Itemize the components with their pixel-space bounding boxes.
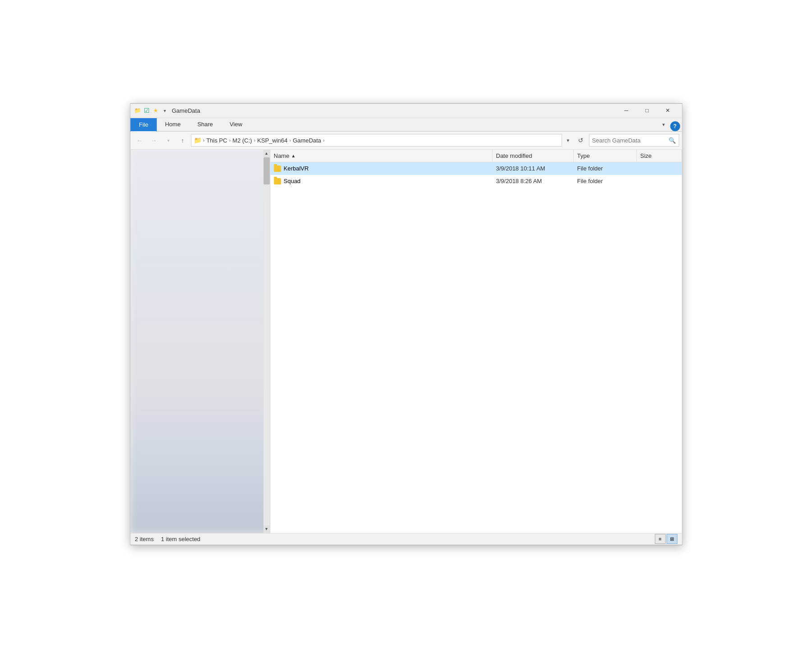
help-button[interactable]: ? — [670, 121, 680, 131]
recent-button[interactable]: ▾ — [162, 134, 174, 147]
file-row-squad[interactable]: Squad 3/9/2018 8:26 AM File folder — [270, 175, 682, 188]
forward-button[interactable]: → — [147, 134, 160, 147]
selected-count: 1 item selected — [161, 536, 200, 542]
folder-icon-kerbalvr — [274, 165, 281, 172]
col-header-type[interactable]: Type — [573, 150, 637, 162]
breadcrumb-sep-1: › — [229, 138, 231, 143]
file-row-squad-name: Squad — [270, 178, 492, 184]
tab-view[interactable]: View — [221, 118, 251, 131]
breadcrumb-sep-3: › — [289, 138, 291, 143]
scrollbar-up-arrow[interactable]: ▲ — [263, 150, 270, 157]
app-icon-folder: 📁 — [134, 107, 141, 114]
file-row-kerbalvr-name: KerbalVR — [270, 165, 492, 172]
ribbon-expand-button[interactable]: ▾ — [657, 119, 670, 131]
sidebar-scrollbar: ▲ ▼ — [263, 150, 270, 533]
close-button[interactable]: ✕ — [657, 103, 678, 118]
scrollbar-down-arrow[interactable]: ▼ — [263, 525, 270, 533]
breadcrumb-ksp[interactable]: KSP_win64 — [257, 137, 288, 144]
refresh-button[interactable]: ↺ — [574, 134, 587, 147]
search-box[interactable]: 🔍 — [589, 134, 679, 147]
scrollbar-track[interactable] — [263, 157, 270, 525]
up-button[interactable]: ↑ — [176, 134, 189, 147]
app-icon-check: ☑ — [143, 107, 150, 114]
col-header-date[interactable]: Date modified — [492, 150, 573, 162]
sidebar-background — [130, 150, 270, 533]
title-bar-icons: 📁 ☑ ★ ▾ — [134, 107, 168, 114]
tab-file[interactable]: File — [130, 118, 157, 132]
breadcrumb-sep-4: › — [323, 138, 325, 143]
col-header-size[interactable]: Size — [637, 150, 682, 162]
item-count: 2 items — [135, 536, 154, 542]
sort-arrow-name: ▲ — [291, 153, 296, 158]
tab-home[interactable]: Home — [157, 118, 189, 131]
address-bar[interactable]: 📁 › This PC › M2 (C:) › KSP_win64 › Game… — [191, 134, 562, 147]
window-title: GameData — [168, 107, 616, 114]
tab-share[interactable]: Share — [189, 118, 222, 131]
window-controls: ─ □ ✕ — [616, 103, 678, 118]
folder-icon-squad — [274, 178, 281, 184]
status-text: 2 items 1 item selected — [135, 536, 200, 542]
file-row-kerbalvr-date: 3/9/2018 10:11 AM — [492, 165, 573, 172]
list-view-button[interactable]: ≡ — [655, 534, 665, 544]
app-icon-star: ★ — [152, 107, 159, 114]
breadcrumb-this-pc[interactable]: This PC — [206, 137, 227, 144]
view-toggle-buttons: ≡ ⊞ — [655, 534, 677, 544]
toolbar: ← → ▾ ↑ 📁 › This PC › M2 (C:) › KSP_win6… — [130, 132, 682, 150]
minimize-button[interactable]: ─ — [616, 103, 637, 118]
file-list-area: Name ▲ Date modified Type Size — [270, 150, 682, 533]
col-header-name[interactable]: Name ▲ — [270, 150, 492, 162]
explorer-window: 📁 ☑ ★ ▾ GameData ─ □ ✕ File Home Share V… — [130, 103, 682, 545]
maximize-button[interactable]: □ — [637, 103, 657, 118]
details-view-button[interactable]: ⊞ — [666, 534, 677, 544]
status-bar: 2 items 1 item selected ≡ ⊞ — [130, 533, 682, 545]
file-row-kerbalvr[interactable]: KerbalVR 3/9/2018 10:11 AM File folder — [270, 162, 682, 175]
content-area: ▲ ▼ Name ▲ Date modified Type — [130, 150, 682, 533]
address-folder-icon: 📁 — [194, 137, 201, 144]
breadcrumb-sep-0: › — [203, 138, 205, 143]
scrollbar-thumb[interactable] — [263, 157, 270, 184]
back-button[interactable]: ← — [133, 134, 146, 147]
app-icon-dropdown[interactable]: ▾ — [161, 107, 168, 114]
file-list: KerbalVR 3/9/2018 10:11 AM File folder S… — [270, 162, 682, 533]
ribbon-tabs: File Home Share View ▾ ? — [130, 118, 682, 132]
breadcrumb-sep-2: › — [254, 138, 256, 143]
search-input[interactable] — [592, 137, 669, 144]
breadcrumb-gamedata[interactable]: GameData — [293, 137, 321, 144]
file-list-header: Name ▲ Date modified Type Size — [270, 150, 682, 162]
file-row-kerbalvr-type: File folder — [573, 165, 637, 172]
file-row-squad-type: File folder — [573, 178, 637, 184]
file-row-squad-date: 3/9/2018 8:26 AM — [492, 178, 573, 184]
address-dropdown-button[interactable]: ▾ — [564, 134, 573, 147]
breadcrumb-drive[interactable]: M2 (C:) — [233, 137, 252, 144]
title-bar: 📁 ☑ ★ ▾ GameData ─ □ ✕ — [130, 104, 682, 118]
sidebar: ▲ ▼ — [130, 150, 270, 533]
search-icon: 🔍 — [669, 137, 676, 144]
